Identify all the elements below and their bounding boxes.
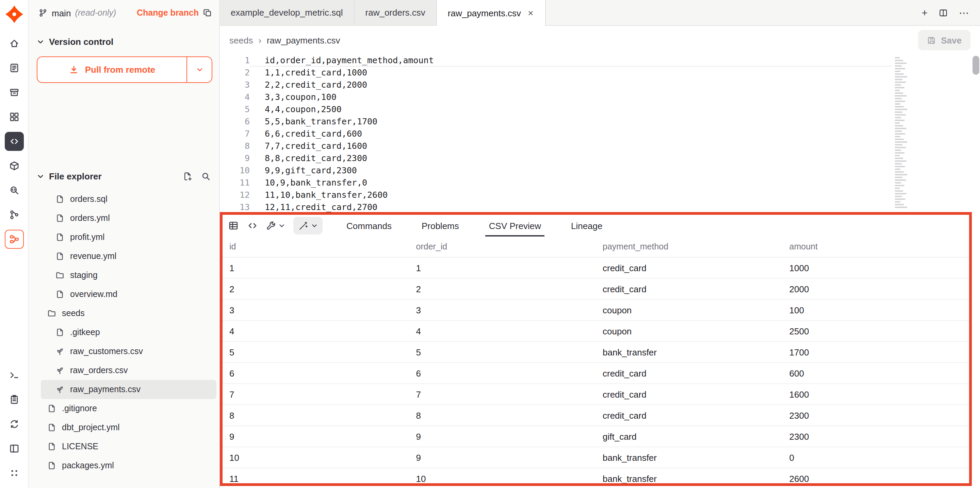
pull-from-remote-button[interactable]: Pull from remote — [37, 56, 212, 83]
rail-terminal-button[interactable] — [5, 366, 24, 385]
line-number: 4 — [220, 91, 250, 103]
file-item-raw_customers.csv[interactable]: raw_customers.csv — [41, 342, 216, 361]
sync-icon — [8, 419, 19, 429]
file-item-seeds[interactable]: seeds — [41, 304, 216, 323]
chevron-down-icon — [278, 222, 285, 229]
csv-cell: 1 — [409, 257, 596, 278]
editor-tabbar: example_develop_metric.sqlraw_orders.csv… — [220, 0, 980, 26]
file-item-orders.yml[interactable]: orders.yml — [41, 209, 216, 228]
file-item-profit.yml[interactable]: profit.yml — [41, 228, 216, 247]
csv-cell: 6 — [223, 363, 409, 383]
file-item-packages.yml[interactable]: packages.yml — [41, 456, 216, 475]
copy-branch-icon[interactable] — [203, 8, 212, 17]
close-tab-icon[interactable]: × — [527, 8, 534, 18]
file-item-raw_payments.csv[interactable]: raw_payments.csv — [41, 380, 216, 399]
code-line: 109,9,gift_card,2300 — [220, 165, 980, 177]
search-icon[interactable] — [201, 171, 211, 181]
ide-window: main (read-only) Change branch Version c… — [0, 0, 980, 488]
rail-branch-network-button[interactable] — [5, 205, 24, 224]
csv-cell: 6 — [409, 363, 596, 383]
rail-search-code-button[interactable] — [5, 181, 24, 200]
new-tab-icon[interactable]: + — [921, 8, 928, 17]
rail-lineage-button[interactable] — [5, 230, 24, 249]
editor-scrollbar[interactable] — [972, 56, 979, 75]
split-editor-icon[interactable] — [939, 8, 948, 17]
pull-main[interactable]: Pull from remote — [37, 57, 186, 82]
notebook-icon — [8, 63, 19, 73]
table-view-icon[interactable] — [228, 220, 239, 231]
csv-cell: credit_card — [596, 363, 783, 383]
minimap[interactable] — [895, 57, 911, 208]
file-item-.gitkeep[interactable]: .gitkeep — [41, 323, 216, 342]
rail-clipboard-button[interactable] — [5, 390, 24, 409]
file-item-revenue.yml[interactable]: revenue.yml — [41, 247, 216, 266]
file-label: staging — [70, 271, 98, 280]
code-editor[interactable]: 1id,order_id,payment_method,amount21,1,c… — [220, 54, 980, 212]
rail-notebook-button[interactable] — [5, 59, 24, 78]
csv-cell: 9 — [409, 426, 596, 447]
code-line: 1312,11,credit_card,2700 — [220, 201, 980, 212]
panel-tab-Commands[interactable]: Commands — [344, 215, 394, 236]
rail-home-button[interactable] — [5, 34, 24, 53]
rail-package-button[interactable] — [5, 156, 24, 175]
file-item-staging[interactable]: staging — [41, 266, 216, 285]
rail-sync-button[interactable] — [5, 415, 24, 434]
tab-label: raw_payments.csv — [448, 8, 521, 18]
version-control-header[interactable]: Version control — [29, 37, 219, 47]
panel-tab-CSV Preview[interactable]: CSV Preview — [487, 215, 543, 236]
code-line: 21,1,credit_card,1000 — [220, 67, 980, 79]
line-number: 10 — [220, 165, 250, 177]
editor-tab-example_develop_metric.sql[interactable]: example_develop_metric.sql — [220, 0, 355, 25]
breadcrumb-row: seeds › raw_payments.csv Save — [220, 26, 980, 54]
csv-cell: bank_transfer — [596, 342, 783, 363]
file-item-dbt_project.yml[interactable]: dbt_project.yml — [41, 418, 216, 437]
tab-actions: + ⋯ — [921, 0, 980, 25]
rail-apps-button[interactable] — [5, 464, 24, 483]
rail-grid-button[interactable] — [5, 108, 24, 127]
file-icon — [54, 252, 65, 261]
csv-cell: 9 — [409, 447, 596, 468]
new-file-icon[interactable] — [182, 171, 192, 181]
code-text: 4,4,coupon,2500 — [250, 103, 891, 116]
csv-cell: bank_transfer — [596, 447, 783, 468]
file-label: .gitkeep — [70, 328, 100, 337]
rail-editor-button[interactable] — [5, 132, 24, 151]
file-explorer-header[interactable]: File explorer — [29, 171, 219, 181]
pull-options-caret[interactable] — [186, 57, 212, 82]
breadcrumb-parent[interactable]: seeds — [229, 35, 253, 45]
file-item-raw_orders.csv[interactable]: raw_orders.csv — [41, 361, 216, 380]
code-text: 3,3,coupon,100 — [250, 91, 891, 103]
more-options-icon[interactable]: ⋯ — [959, 8, 969, 17]
code-line: 65,5,bank_transfer,1700 — [220, 116, 980, 128]
line-number: 2 — [220, 67, 250, 79]
bottom-panel: CommandsProblemsCSV PreviewLineage idord… — [220, 212, 972, 486]
rail-archive-button[interactable] — [5, 83, 24, 102]
seed-icon — [54, 385, 65, 394]
build-tools-icon[interactable] — [266, 220, 285, 231]
code-view-icon[interactable] — [247, 220, 258, 231]
panel-tab-Lineage[interactable]: Lineage — [569, 215, 605, 236]
file-icon — [46, 423, 57, 432]
tab-label: raw_orders.csv — [366, 8, 425, 17]
file-label: seeds — [62, 309, 85, 318]
file-label: overview.md — [70, 290, 118, 299]
csv-cell: 9 — [223, 426, 409, 447]
panel-tab-Problems[interactable]: Problems — [420, 215, 461, 236]
rail-layout-button[interactable] — [5, 439, 24, 458]
editor-tab-raw_orders.csv[interactable]: raw_orders.csv — [355, 0, 437, 25]
file-item-orders.sql[interactable]: orders.sql — [41, 190, 216, 209]
code-text: 8,8,credit_card,2300 — [250, 152, 891, 165]
file-explorer-title: File explorer — [49, 171, 102, 181]
csv-cell: credit_card — [596, 278, 783, 299]
save-button[interactable]: Save — [918, 30, 970, 50]
file-item-overview.md[interactable]: overview.md — [41, 285, 216, 304]
rail-top-group — [5, 34, 24, 249]
file-item-.gitignore[interactable]: .gitignore — [41, 399, 216, 418]
change-branch-link[interactable]: Change branch — [137, 8, 199, 17]
line-number: 13 — [220, 201, 250, 212]
file-item-LICENSE[interactable]: LICENSE — [41, 437, 216, 456]
assist-wand-button[interactable] — [293, 217, 323, 234]
editor-tab-raw_payments.csv[interactable]: raw_payments.csv× — [437, 0, 546, 26]
csv-col-header: id — [223, 236, 409, 257]
branch-network-icon — [8, 209, 19, 220]
